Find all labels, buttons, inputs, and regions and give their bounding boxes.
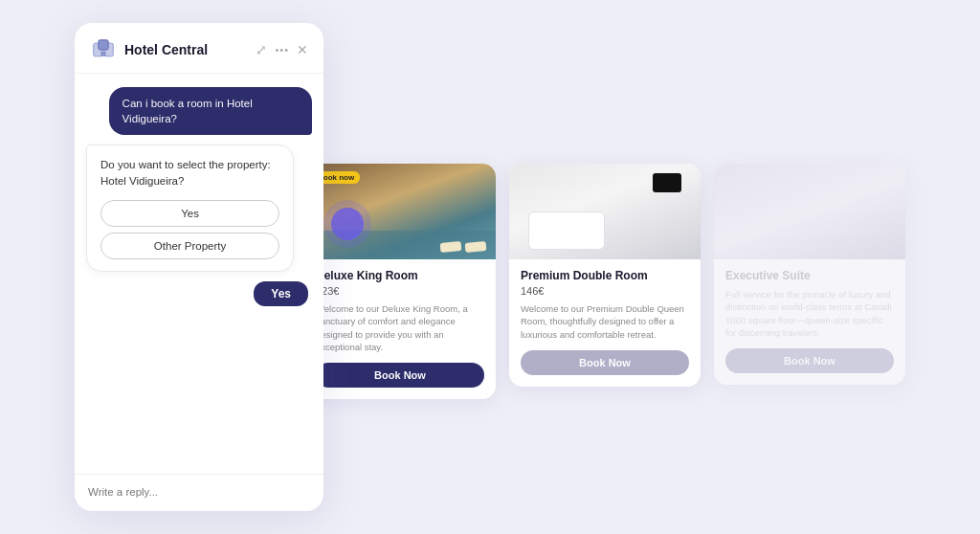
deluxe-king-room-card: Book now Deluxe King Room 123€ Welcome t… [304,164,496,399]
hotel-logo-icon [90,36,117,63]
chat-window: Hotel Central ⤢ ••• ✕ Can i book a room … [75,23,323,511]
deluxe-king-room-image: Book now [304,164,496,259]
deluxe-king-room-title: Deluxe King Room [316,269,484,282]
deluxe-king-room-desc: Welcome to our Deluxe King Room, a sanct… [316,302,484,353]
premium-double-book-button[interactable]: Book Now [521,350,689,375]
expand-icon[interactable]: ⤢ [256,42,267,57]
close-icon[interactable]: ✕ [297,42,308,57]
premium-double-room-body: Premium Double Room 146€ Welcome to our … [509,259,701,387]
tv-decoration [653,173,681,192]
chat-input-area [75,474,323,511]
bed-decoration [528,211,605,250]
deluxe-king-room-price: 123€ [316,285,484,297]
premium-double-room-image [509,164,701,259]
lounge-1 [440,241,462,253]
yes-response-badge: Yes [254,281,308,306]
premium-double-room-card: Premium Double Room 146€ Welcome to our … [509,164,701,387]
deluxe-king-book-button[interactable]: Book Now [316,363,484,388]
deluxe-king-room-body: Deluxe King Room 123€ Welcome to our Del… [304,259,496,399]
executive-suite-body: Executive Suite Full service for the pin… [714,259,905,385]
executive-suite-desc: Full service for the pinnacle of luxury … [725,288,894,339]
chat-title: Hotel Central [124,42,248,57]
executive-suite-title: Executive Suite [725,269,894,282]
svg-rect-3 [100,52,105,56]
other-property-button[interactable]: Other Property [100,233,279,259]
lounge-decoration [440,242,486,252]
chat-body: Can i book a room in Hotel Vidigueira? D… [75,74,323,474]
premium-double-room-desc: Welcome to our Premium Double Queen Room… [521,302,689,341]
header-controls: ⤢ ••• ✕ [256,42,308,57]
bot-question-bubble: Do you want to select the property: Hote… [86,145,294,272]
lounge-2 [465,241,487,253]
bot-question-text: Do you want to select the property: Hote… [100,157,279,190]
yes-button[interactable]: Yes [100,200,279,227]
executive-suite-image [714,164,905,259]
premium-double-room-price: 146€ [521,285,689,297]
room-cards-section: Book now Deluxe King Room 123€ Welcome t… [304,135,905,399]
chat-header: Hotel Central ⤢ ••• ✕ [75,23,323,74]
more-icon[interactable]: ••• [275,44,289,56]
user-message-text: Can i book a room in Hotel Vidigueira? [122,98,253,124]
executive-suite-card: Executive Suite Full service for the pin… [714,164,905,385]
executive-suite-book-button[interactable]: Book Now [725,348,894,373]
svg-rect-2 [99,40,108,50]
reply-input[interactable] [88,486,310,498]
user-message-bubble: Can i book a room in Hotel Vidigueira? [109,87,312,135]
premium-double-room-title: Premium Double Room [521,269,689,282]
pulse-indicator [331,208,364,240]
